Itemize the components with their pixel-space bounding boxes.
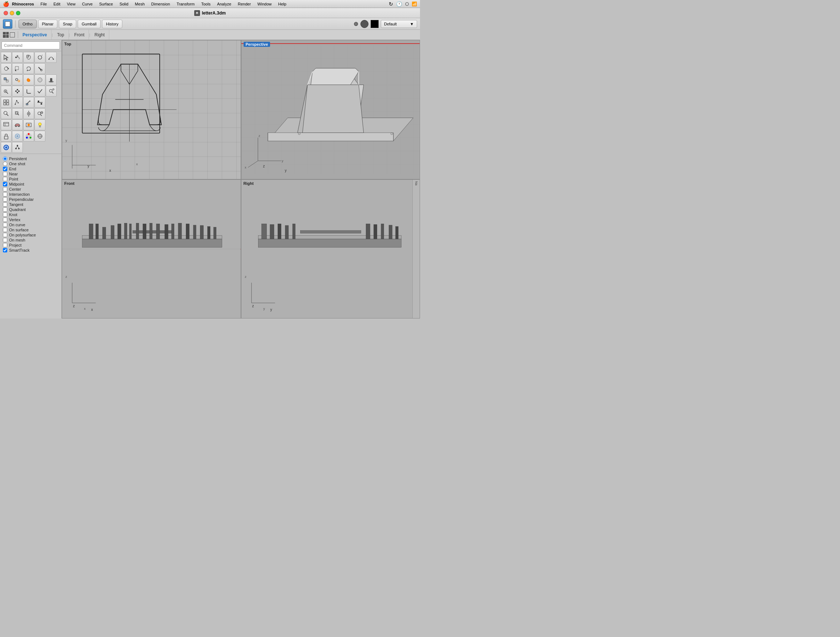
- snap-checkbox-2[interactable]: [3, 167, 7, 171]
- menu-solid[interactable]: Solid: [117, 1, 131, 7]
- select-tool[interactable]: [1, 52, 12, 63]
- tab-right[interactable]: Right: [90, 30, 109, 40]
- zoom-tool[interactable]: [1, 108, 12, 119]
- gumball-button[interactable]: Gumball: [78, 20, 101, 28]
- menu-edit[interactable]: Edit: [51, 1, 63, 7]
- circle-tool[interactable]: [35, 52, 45, 63]
- fillet-tool[interactable]: [23, 86, 34, 96]
- record-button[interactable]: [360, 20, 368, 28]
- maximize-button[interactable]: [16, 11, 21, 15]
- snap-item-knot[interactable]: Knot: [3, 212, 58, 217]
- color-wheel-tool[interactable]: [23, 131, 34, 142]
- snap-item-perpendicular[interactable]: Perpendicular: [3, 197, 58, 202]
- viewport-front[interactable]: Front: [62, 179, 241, 319]
- arc-tool[interactable]: [46, 52, 57, 63]
- lasso-tool[interactable]: [23, 63, 34, 74]
- snap-item-center[interactable]: Center: [3, 187, 58, 192]
- snap-item-midpoint[interactable]: Midpoint: [3, 182, 58, 187]
- globe-tool[interactable]: [35, 131, 45, 142]
- snap-button[interactable]: Snap: [59, 20, 76, 28]
- flame-tool[interactable]: [23, 74, 34, 85]
- tab-top[interactable]: Top: [53, 30, 69, 40]
- snap-checkbox-11[interactable]: [3, 212, 7, 217]
- snap-item-intersection[interactable]: Intersection: [3, 192, 58, 197]
- hat-tool[interactable]: [46, 74, 57, 85]
- edit-pts-tool[interactable]: [23, 97, 34, 108]
- snap-item-point[interactable]: Point: [3, 177, 58, 182]
- snap-checkbox-10[interactable]: [3, 207, 7, 212]
- light-tool[interactable]: [35, 120, 45, 130]
- osnap-dot-tool[interactable]: [1, 142, 12, 153]
- app-name[interactable]: Rhinoceros: [12, 2, 34, 6]
- snap-radio-1[interactable]: [3, 161, 7, 166]
- viewport-right[interactable]: Right: [241, 179, 420, 319]
- minimize-button[interactable]: [10, 11, 14, 15]
- menu-file[interactable]: File: [38, 1, 50, 7]
- refresh-icon[interactable]: ↻: [389, 1, 393, 7]
- snap-item-project[interactable]: Project: [3, 243, 58, 248]
- snap-item-quadrant[interactable]: Quadrant: [3, 207, 58, 212]
- menu-curve[interactable]: Curve: [79, 1, 95, 7]
- snap-radio-0[interactable]: [3, 156, 7, 161]
- zoom-window-tool[interactable]: [12, 108, 23, 119]
- menu-dimension[interactable]: Dimension: [148, 1, 173, 7]
- ortho-button[interactable]: Ortho: [19, 20, 37, 28]
- history-tree-tool[interactable]: [12, 142, 23, 153]
- snap-checkbox-14[interactable]: [3, 228, 7, 232]
- layer-dropdown[interactable]: Default ▼: [381, 20, 417, 28]
- snap-item-persistent[interactable]: Persistent: [3, 156, 58, 161]
- snap-item-on-curve[interactable]: On curve: [3, 222, 58, 228]
- close-button[interactable]: [4, 11, 8, 15]
- lock-tool[interactable]: [1, 131, 12, 142]
- color-swatch[interactable]: [371, 20, 379, 28]
- detail-zoom-tool[interactable]: [46, 86, 57, 96]
- snap-checkbox-7[interactable]: [3, 192, 7, 196]
- snap-checkbox-16[interactable]: [3, 238, 7, 242]
- planar-button[interactable]: Planar: [38, 20, 58, 28]
- menu-tools[interactable]: Tools: [198, 1, 213, 7]
- snap-item-tangent[interactable]: Tangent: [3, 202, 58, 207]
- snap-item-smarttrack[interactable]: SmartTrack: [3, 248, 58, 253]
- car-tool[interactable]: [12, 120, 23, 130]
- snap-item-one-shot[interactable]: One shot: [3, 161, 58, 166]
- check-tool[interactable]: [35, 86, 45, 96]
- menu-window[interactable]: Window: [254, 1, 275, 7]
- menu-transform[interactable]: Transform: [174, 1, 197, 7]
- transform-tool[interactable]: [1, 74, 12, 85]
- snap-checkbox-15[interactable]: [3, 233, 7, 237]
- pan-zoom-tool[interactable]: [23, 108, 34, 119]
- snap-checkbox-9[interactable]: [3, 202, 7, 207]
- snap-item-on-surface[interactable]: On surface: [3, 228, 58, 232]
- zoom-eye-tool[interactable]: [1, 86, 12, 96]
- snap-checkbox-17[interactable]: [3, 243, 7, 247]
- snap-checkbox-5[interactable]: [3, 182, 7, 186]
- snap-checkbox-13[interactable]: [3, 223, 7, 227]
- grid-view-tool[interactable]: [1, 97, 12, 108]
- target-icon[interactable]: ⊕: [354, 21, 358, 27]
- snap-checkbox-18[interactable]: [3, 248, 7, 252]
- tab-front[interactable]: Front: [70, 30, 89, 40]
- quad-view-icon[interactable]: [3, 32, 9, 38]
- snap-checkbox-4[interactable]: [3, 177, 7, 181]
- viewport-perspective[interactable]: Perspective: [241, 40, 420, 179]
- menu-surface[interactable]: Surface: [96, 1, 116, 7]
- sel-filter-tool[interactable]: [12, 131, 23, 142]
- menu-render[interactable]: Render: [235, 1, 254, 7]
- snap-item-end[interactable]: End: [3, 166, 58, 171]
- snap-checkbox-6[interactable]: [3, 187, 7, 191]
- rotate-tool[interactable]: [1, 63, 12, 74]
- tab-perspective[interactable]: Perspective: [18, 30, 52, 40]
- align-tool[interactable]: [35, 97, 45, 108]
- toggle-points-tool[interactable]: [12, 86, 23, 96]
- render-tools[interactable]: [23, 120, 34, 130]
- snap-checkbox-3[interactable]: [3, 172, 7, 176]
- command-input[interactable]: [2, 41, 60, 49]
- viewport-top[interactable]: Top: [62, 40, 241, 179]
- detail-zoom2-tool[interactable]: [35, 108, 45, 119]
- history-button[interactable]: History: [102, 20, 122, 28]
- snap-item-vertex[interactable]: Vertex: [3, 217, 58, 222]
- menu-help[interactable]: Help: [275, 1, 289, 7]
- viewport-layout-button[interactable]: [3, 19, 13, 29]
- apple-menu[interactable]: 🍎: [3, 1, 9, 7]
- snap-item-near[interactable]: Near: [3, 171, 58, 177]
